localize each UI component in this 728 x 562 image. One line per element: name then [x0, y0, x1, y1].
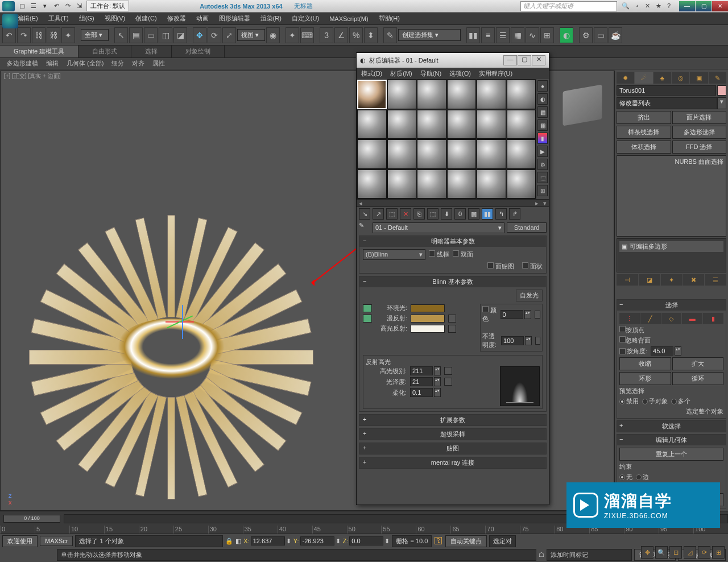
open-icon[interactable]: ☰: [28, 2, 39, 11]
menu-grapheditors[interactable]: 图形编辑器: [219, 14, 250, 23]
lock-ad-icon[interactable]: [363, 304, 372, 312]
coord-z[interactable]: Z:0.0⬍: [343, 536, 390, 546]
material-slot[interactable]: [387, 80, 417, 109]
select-rect-icon[interactable]: ▭: [144, 27, 158, 43]
unlink-icon[interactable]: ⛓̸: [47, 27, 60, 43]
subobj-edge-icon[interactable]: ╱: [640, 313, 661, 324]
rsub-props[interactable]: 属性: [149, 59, 168, 68]
render-frame-icon[interactable]: ▭: [594, 27, 607, 43]
undo-icon[interactable]: ↶: [2, 27, 16, 43]
material-editor-icon[interactable]: ◐: [560, 27, 573, 43]
mat-menu-material[interactable]: 材质(M): [390, 69, 412, 78]
btn-extrude[interactable]: 挤出: [617, 111, 671, 124]
save-icon[interactable]: ▾: [40, 2, 50, 11]
angle-snap-icon[interactable]: ∠: [334, 27, 348, 43]
btn-ring[interactable]: 环形: [619, 372, 671, 385]
shader-dropdown[interactable]: (B)Blinn▾: [363, 249, 425, 260]
btn-shrink[interactable]: 收缩: [619, 357, 671, 370]
make-copy-icon[interactable]: ⎘: [413, 208, 425, 220]
link-icon[interactable]: ⇲: [74, 2, 84, 11]
material-slot[interactable]: [477, 139, 506, 169]
pan-icon[interactable]: ✥: [641, 546, 653, 559]
rad-c-edge[interactable]: 边: [636, 473, 649, 481]
material-slot[interactable]: [387, 170, 417, 199]
material-slot[interactable]: [447, 139, 477, 169]
put-to-lib-icon[interactable]: ⬇: [441, 208, 452, 220]
material-slot[interactable]: [507, 170, 536, 199]
gloss-spinner[interactable]: 21▴▾: [410, 377, 441, 386]
material-slot[interactable]: [417, 110, 446, 139]
render-icon[interactable]: ☕: [609, 27, 622, 43]
snap-3-icon[interactable]: 3: [320, 27, 333, 43]
go-sibling-icon[interactable]: ↱: [509, 208, 520, 220]
angle-spinner[interactable]: 45.0▴▾: [651, 346, 681, 356]
layer-icon[interactable]: ☰: [496, 27, 510, 43]
btn-facesel[interactable]: 面片选择: [672, 111, 727, 124]
material-slot[interactable]: [417, 80, 446, 109]
diffuse-map-btn[interactable]: [448, 315, 456, 323]
specular-swatch[interactable]: [411, 325, 445, 333]
selfillum-map-btn[interactable]: [535, 311, 540, 319]
signin-icon[interactable]: ⋆: [635, 2, 639, 10]
mat-min-button[interactable]: —: [503, 55, 517, 65]
chk-ignore-backface[interactable]: 忽略背面: [619, 336, 723, 345]
menu-modifiers[interactable]: 修改器: [167, 14, 186, 23]
keyboard-icon[interactable]: ⌨: [300, 27, 314, 43]
reset-map-icon[interactable]: ✕: [400, 208, 411, 220]
subobj-vertex-icon[interactable]: ⋮: [619, 313, 640, 324]
menu-group[interactable]: 组(G): [79, 14, 94, 23]
chk-faceted[interactable]: 面状: [522, 262, 543, 271]
soften-spinner[interactable]: 0.1▴▾: [410, 388, 441, 397]
btn-repeat[interactable]: 重复上一个: [619, 448, 723, 461]
comm-center-icon[interactable]: ☖: [539, 551, 544, 559]
spec-level-spinner[interactable]: 211▴▾: [410, 366, 441, 375]
get-material-icon[interactable]: ↘: [359, 208, 370, 220]
rollup-maps-header[interactable]: +贴图: [359, 443, 546, 454]
material-slot[interactable]: [477, 80, 506, 109]
orbit-icon[interactable]: ⟳: [698, 546, 710, 559]
selection-filter-dropdown[interactable]: 全部 ▾: [81, 29, 109, 41]
rollup-ss-header[interactable]: +超级采样: [359, 429, 546, 440]
key-icon[interactable]: ⚿: [434, 536, 443, 546]
tab-motion-icon[interactable]: ◎: [672, 72, 689, 84]
scene-object[interactable]: [114, 319, 228, 381]
rsub-subdiv[interactable]: 细分: [108, 59, 127, 68]
mirror-icon[interactable]: ▮▮: [466, 27, 480, 43]
mat-menu-mode[interactable]: 模式(D): [361, 69, 382, 78]
rad-preview-sub[interactable]: 子对象: [642, 397, 668, 406]
viewcube-icon[interactable]: [563, 84, 602, 126]
percent-snap-icon[interactable]: %: [349, 27, 363, 43]
make-unique-icon[interactable]: ⬚: [427, 208, 439, 220]
coord-x[interactable]: X:12.637⬍: [243, 536, 291, 546]
ambient-swatch[interactable]: [411, 304, 445, 312]
rad-preview-off[interactable]: 禁用: [619, 397, 639, 406]
undo-icon[interactable]: ↶: [51, 2, 61, 11]
rsub-edit[interactable]: 编辑: [43, 59, 62, 68]
btn-grow[interactable]: 扩大: [672, 357, 724, 370]
material-slot[interactable]: [507, 80, 536, 109]
chk-wire[interactable]: 线框: [429, 250, 449, 259]
manipulate-icon[interactable]: ✦: [286, 27, 299, 43]
spinner-snap-icon[interactable]: ⬍: [364, 27, 378, 43]
specular-map-btn[interactable]: [448, 325, 456, 333]
autokey-button[interactable]: 自动关键点: [445, 535, 487, 547]
menu-views[interactable]: 视图(V): [105, 14, 126, 23]
rsub-polymodel[interactable]: 多边形建模: [3, 59, 42, 68]
mat-menu-util[interactable]: 实用程序(U): [479, 69, 512, 78]
background-icon[interactable]: ▩: [537, 106, 548, 118]
stack-config-icon[interactable]: ☰: [705, 274, 726, 286]
stack-item-editable-poly[interactable]: ▣可编辑多边形: [619, 241, 723, 252]
mat-map-nav-icon[interactable]: ⊞: [537, 185, 548, 196]
opacity-map-btn[interactable]: [535, 337, 540, 345]
sample-uv-icon[interactable]: ▦: [537, 119, 548, 131]
tab-hierarchy-icon[interactable]: ♣: [653, 72, 671, 84]
chk-selfillum-color[interactable]: 颜色: [482, 306, 497, 323]
ribbon-tab-freeform[interactable]: 自由形式: [78, 46, 131, 57]
stack-show-icon[interactable]: ◪: [639, 274, 660, 286]
material-slot[interactable]: [387, 139, 417, 169]
material-slot[interactable]: [447, 80, 477, 109]
pivot-icon[interactable]: ◉: [266, 27, 280, 43]
material-slot[interactable]: [507, 110, 536, 139]
lock-ds-icon[interactable]: [363, 315, 372, 323]
exchange-icon[interactable]: ✕: [645, 2, 650, 10]
